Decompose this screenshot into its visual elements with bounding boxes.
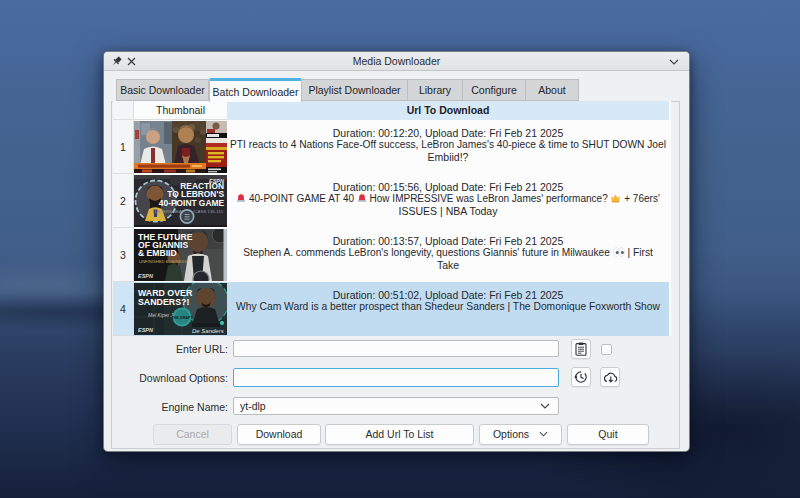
svg-text:40-POINT GAME: 40-POINT GAME xyxy=(159,198,225,208)
svg-text:ESPN: ESPN xyxy=(138,327,154,333)
svg-text:SANDERS?!: SANDERS?! xyxy=(138,297,189,307)
svg-text:ESPN: ESPN xyxy=(138,273,154,279)
svg-text:THE DRAFT: THE DRAFT xyxy=(171,316,193,320)
svg-text:De Sanders: De Sanders xyxy=(192,328,224,334)
svg-text:UNFINISHED BUSINESS: UNFINISHED BUSINESS xyxy=(139,259,187,264)
svg-text:& EMBIID: & EMBIID xyxy=(138,248,177,258)
svg-text:ESPN: ESPN xyxy=(209,178,225,184)
